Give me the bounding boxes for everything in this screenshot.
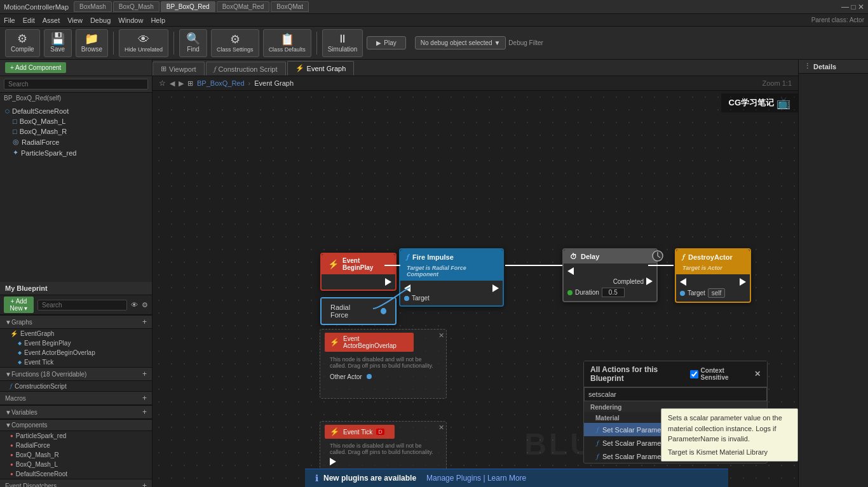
out-exec-icon: [385, 278, 391, 286]
compile-icon: ⚙: [17, 33, 27, 44]
fire-impulse-node[interactable]: 𝑓 Fire Impulse Target is Radial Force Co…: [399, 248, 504, 307]
var-components-section[interactable]: ▼Components: [0, 419, 152, 431]
event-dispatchers-section[interactable]: Event Dispatchers +: [0, 479, 152, 487]
menu-window[interactable]: Window: [118, 17, 143, 24]
event-actoroverlap-icon: ◆: [18, 350, 22, 356]
var-particlespark-item[interactable]: ● ParticleSpark_red: [0, 431, 152, 441]
destroy-target-row: Target self: [676, 287, 750, 299]
functions-add-icon[interactable]: +: [142, 370, 147, 378]
tab-boxmash[interactable]: BoxMash: [74, 1, 112, 12]
save-button[interactable]: 💾 Save: [44, 29, 72, 57]
simulation-icon: ⏸: [337, 33, 348, 44]
macros-add-icon[interactable]: +: [142, 394, 147, 403]
tab-boxqmat[interactable]: BoxQMat: [271, 1, 309, 12]
var-defaultsceneroot-item[interactable]: ● DefaultSceneRoot: [0, 469, 152, 479]
breadcrumb-root[interactable]: BP_BoxQ_Red: [197, 79, 245, 87]
tab-bp-boxq-red[interactable]: BP_BoxQ_Red: [161, 1, 215, 12]
destroy-target-value: self: [708, 288, 726, 298]
tab-boxqmat-red[interactable]: BoxQMat_Red: [217, 1, 270, 12]
find-button[interactable]: 🔍 Find: [179, 29, 207, 57]
back-arrow-icon[interactable]: ◀: [170, 79, 175, 88]
material-label: Material: [595, 415, 620, 422]
context-menu-close[interactable]: ✕: [754, 370, 761, 378]
delay-node[interactable]: ⏱ Delay Completed: [562, 248, 658, 302]
viewport-tab[interactable]: ⊞ Viewport: [153, 62, 205, 76]
event-beginplay-item[interactable]: ◆ Event BeginPlay: [0, 338, 152, 348]
delay-exec-row: [564, 266, 656, 276]
context-search-input[interactable]: [584, 387, 767, 401]
context-sensitive-input[interactable]: [690, 370, 698, 378]
class-defaults-button[interactable]: 📋 Class Defaults: [263, 29, 311, 57]
class-settings-icon: ⚙: [230, 34, 240, 45]
tree-item-boxq-mash-r[interactable]: □ BoxQ_Mash_R: [0, 126, 152, 137]
event-beginplay-out-row: [322, 277, 395, 287]
event-dispatchers-add-icon[interactable]: +: [142, 481, 147, 487]
duration-input[interactable]: [602, 288, 625, 297]
graphs-add-icon[interactable]: +: [142, 317, 147, 326]
menu-asset[interactable]: Asset: [43, 17, 60, 24]
tree-item-defaultsceneroot[interactable]: ⬡ DefaultSceneRoot: [0, 106, 152, 116]
functions-label: ▼Functions (18 Overridable): [5, 371, 86, 378]
var-boxqmashl-item[interactable]: ● BoxQ_Mash_L: [0, 460, 152, 469]
var-boxqmashr-item[interactable]: ● BoxQ_Mash_R: [0, 450, 152, 460]
compile-button[interactable]: ⚙ Compile: [5, 29, 40, 57]
play-icon: ▶: [376, 39, 381, 46]
bookmark-icon[interactable]: ☆: [159, 79, 166, 88]
tree-item-radialforce[interactable]: ◎ RadialForce: [0, 137, 152, 147]
debug-filter-label: Debug Filter: [508, 39, 543, 46]
add-component-button[interactable]: + Add Component: [5, 62, 66, 73]
blueprint-tree: ▼Graphs + ⚡ EventGraph ◆ Event BeginPlay…: [0, 315, 152, 487]
out-exec-icon-2: [492, 284, 499, 292]
tab-boxqmash[interactable]: BoxQ_Mash: [113, 1, 159, 12]
fire-impulse-icon: 𝑓: [407, 253, 409, 261]
construction-tab[interactable]: 𝑓 Construction Script: [206, 62, 286, 76]
menu-view[interactable]: View: [67, 17, 83, 24]
simulation-button[interactable]: ⏸ Simulation: [322, 29, 363, 57]
graphs-section[interactable]: ▼Graphs +: [0, 315, 152, 329]
event-graph-icon: ⚡: [295, 64, 304, 72]
particlespark-icon: ✦: [13, 149, 18, 157]
functions-section[interactable]: ▼Functions (18 Overridable) +: [0, 367, 152, 381]
destroy-exec-row: [676, 277, 750, 287]
add-new-button[interactable]: + Add New ▾: [4, 297, 34, 313]
event-tick-item[interactable]: ◆ Event Tick: [0, 357, 152, 367]
visibility-icon[interactable]: 👁: [131, 301, 138, 309]
class-settings-button[interactable]: ⚙ Class Settings: [211, 29, 259, 57]
tree-item-particlespark[interactable]: ✦ ParticleSpark_red: [0, 147, 152, 158]
radial-force-node[interactable]: Radial Force: [320, 297, 397, 325]
disabled-node-1: ✕ Event ActorBeginOverlap ⚡ Event ActorB…: [320, 329, 447, 399]
menu-debug[interactable]: Debug: [90, 17, 111, 24]
disabled-close-2[interactable]: ✕: [438, 424, 444, 432]
destroy-actor-node[interactable]: 𝑓 DestroyActor Target is Actor: [675, 248, 751, 303]
boxq-mash-r-icon: □: [13, 128, 17, 135]
forward-arrow-icon[interactable]: ▶: [179, 79, 184, 88]
menu-help[interactable]: Help: [151, 17, 165, 24]
event-beginplay-node[interactable]: ⚡ Event BeginPlay: [320, 253, 397, 291]
variables-add-icon[interactable]: +: [142, 408, 147, 417]
event-graph-item[interactable]: ⚡ EventGraph: [0, 329, 152, 338]
macros-section[interactable]: Macros +: [0, 391, 152, 405]
construction-script-item[interactable]: 𝑓 ConstructionScript: [0, 381, 152, 391]
context-sensitive-checkbox[interactable]: Context Sensitive: [690, 367, 752, 381]
svg-line-2: [658, 256, 660, 258]
event-actoroverlap-item[interactable]: ◆ Event ActorBeginOverlap: [0, 348, 152, 357]
settings-icon[interactable]: ⚙: [142, 301, 148, 309]
graph-canvas[interactable]: ⚡ Event BeginPlay 𝑓 Fire Impulse: [153, 91, 798, 487]
menu-edit[interactable]: Edit: [23, 17, 35, 24]
macros-label: Macros: [5, 395, 26, 402]
debug-object-button[interactable]: No debug object selected ▼: [415, 36, 506, 50]
event-graph-tab[interactable]: ⚡ Event Graph: [287, 61, 355, 76]
component-search-input[interactable]: [4, 79, 148, 90]
target-label: Target: [412, 295, 430, 302]
hide-unrelated-button[interactable]: 👁 Hide Unrelated: [119, 29, 168, 57]
disabled-warning-2: This node is disabled and will not be ca…: [325, 441, 439, 457]
disabled-close-1[interactable]: ✕: [438, 331, 444, 340]
variables-section[interactable]: ▼Variables +: [0, 405, 152, 419]
blueprint-search-input[interactable]: [37, 300, 127, 310]
browse-button[interactable]: 📁 Browse: [76, 29, 108, 57]
fire-impulse-out-exec: [492, 284, 499, 292]
var-radialforce-item[interactable]: ● RadialForce: [0, 441, 152, 450]
tree-item-boxq-mash-l[interactable]: □ BoxQ_Mash_L: [0, 116, 152, 126]
menu-file[interactable]: File: [4, 17, 15, 24]
play-button[interactable]: ▶ Play: [367, 36, 405, 50]
